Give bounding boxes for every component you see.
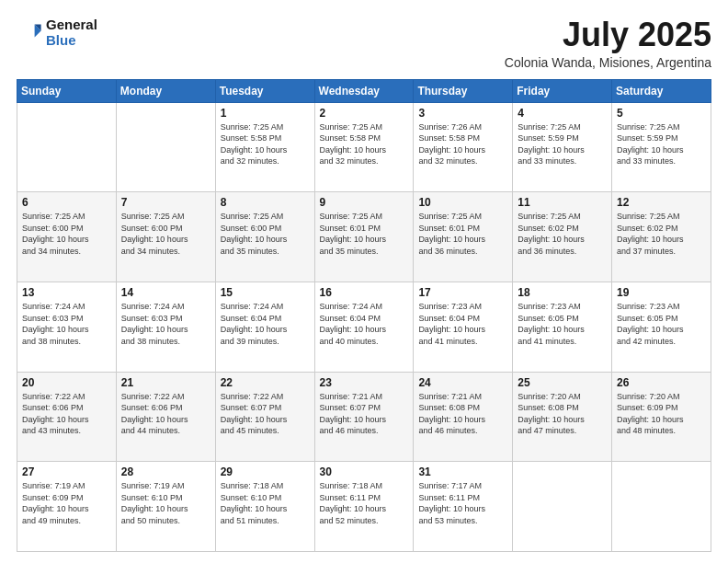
- day-number: 11: [518, 196, 607, 209]
- calendar-header-row: Sunday Monday Tuesday Wednesday Thursday…: [17, 79, 711, 102]
- calendar-cell: 5Sunrise: 7:25 AM Sunset: 5:59 PM Daylig…: [612, 102, 711, 192]
- day-number: 31: [418, 465, 507, 478]
- day-number: 24: [418, 376, 507, 389]
- day-info: Sunrise: 7:25 AM Sunset: 5:58 PM Dayligh…: [320, 121, 409, 167]
- calendar-cell: 20Sunrise: 7:22 AM Sunset: 6:06 PM Dayli…: [17, 372, 117, 462]
- day-info: Sunrise: 7:18 AM Sunset: 6:10 PM Dayligh…: [221, 480, 310, 526]
- day-number: 28: [121, 465, 210, 478]
- calendar-cell: 25Sunrise: 7:20 AM Sunset: 6:08 PM Dayli…: [513, 372, 612, 462]
- calendar-cell: [116, 102, 215, 192]
- calendar-cell: 7Sunrise: 7:25 AM Sunset: 6:00 PM Daylig…: [116, 192, 215, 282]
- day-info: Sunrise: 7:23 AM Sunset: 6:05 PM Dayligh…: [518, 301, 607, 347]
- calendar-cell: 23Sunrise: 7:21 AM Sunset: 6:07 PM Dayli…: [314, 372, 414, 462]
- day-number: 17: [418, 286, 507, 299]
- day-number: 4: [518, 107, 607, 120]
- day-info: Sunrise: 7:23 AM Sunset: 6:05 PM Dayligh…: [617, 301, 706, 347]
- day-number: 29: [221, 465, 310, 478]
- col-wednesday: Wednesday: [314, 79, 414, 102]
- logo-icon: [17, 19, 42, 45]
- day-number: 19: [617, 286, 706, 299]
- day-info: Sunrise: 7:25 AM Sunset: 6:01 PM Dayligh…: [418, 211, 507, 257]
- day-number: 22: [221, 376, 310, 389]
- day-number: 12: [617, 196, 706, 209]
- col-sunday: Sunday: [17, 79, 117, 102]
- calendar-cell: 14Sunrise: 7:24 AM Sunset: 6:03 PM Dayli…: [116, 282, 215, 372]
- calendar-cell: [513, 462, 612, 552]
- day-number: 9: [320, 196, 409, 209]
- day-info: Sunrise: 7:22 AM Sunset: 6:06 PM Dayligh…: [121, 391, 210, 437]
- day-number: 5: [617, 107, 706, 120]
- day-info: Sunrise: 7:25 AM Sunset: 5:59 PM Dayligh…: [617, 121, 706, 167]
- day-info: Sunrise: 7:25 AM Sunset: 6:00 PM Dayligh…: [22, 211, 111, 257]
- calendar-cell: 17Sunrise: 7:23 AM Sunset: 6:04 PM Dayli…: [414, 282, 513, 372]
- day-number: 13: [22, 286, 111, 299]
- calendar-cell: 21Sunrise: 7:22 AM Sunset: 6:06 PM Dayli…: [116, 372, 215, 462]
- day-info: Sunrise: 7:20 AM Sunset: 6:08 PM Dayligh…: [518, 391, 607, 437]
- day-info: Sunrise: 7:22 AM Sunset: 6:06 PM Dayligh…: [22, 391, 111, 437]
- calendar-cell: 12Sunrise: 7:25 AM Sunset: 6:02 PM Dayli…: [612, 192, 711, 282]
- calendar-cell: 1Sunrise: 7:25 AM Sunset: 5:58 PM Daylig…: [215, 102, 314, 192]
- day-info: Sunrise: 7:25 AM Sunset: 6:00 PM Dayligh…: [121, 211, 210, 257]
- day-info: Sunrise: 7:25 AM Sunset: 6:02 PM Dayligh…: [518, 211, 607, 257]
- subtitle: Colonia Wanda, Misiones, Argentina: [505, 55, 711, 70]
- day-info: Sunrise: 7:25 AM Sunset: 6:01 PM Dayligh…: [320, 211, 409, 257]
- main-title: July 2025: [505, 17, 711, 53]
- calendar-cell: 6Sunrise: 7:25 AM Sunset: 6:00 PM Daylig…: [17, 192, 117, 282]
- col-tuesday: Tuesday: [215, 79, 314, 102]
- col-friday: Friday: [513, 79, 612, 102]
- day-info: Sunrise: 7:25 AM Sunset: 6:02 PM Dayligh…: [617, 211, 706, 257]
- day-number: 23: [320, 376, 409, 389]
- day-info: Sunrise: 7:25 AM Sunset: 5:58 PM Dayligh…: [221, 121, 310, 167]
- day-info: Sunrise: 7:20 AM Sunset: 6:09 PM Dayligh…: [617, 391, 706, 437]
- day-info: Sunrise: 7:19 AM Sunset: 6:10 PM Dayligh…: [121, 480, 210, 526]
- day-number: 3: [418, 107, 507, 120]
- calendar-cell: 8Sunrise: 7:25 AM Sunset: 6:00 PM Daylig…: [215, 192, 314, 282]
- day-info: Sunrise: 7:18 AM Sunset: 6:11 PM Dayligh…: [320, 480, 409, 526]
- day-info: Sunrise: 7:25 AM Sunset: 5:59 PM Dayligh…: [518, 121, 607, 167]
- day-number: 25: [518, 376, 607, 389]
- col-thursday: Thursday: [414, 79, 513, 102]
- day-number: 16: [320, 286, 409, 299]
- day-number: 6: [22, 196, 111, 209]
- day-number: 26: [617, 376, 706, 389]
- day-info: Sunrise: 7:24 AM Sunset: 6:04 PM Dayligh…: [221, 301, 310, 347]
- calendar-cell: 3Sunrise: 7:26 AM Sunset: 5:58 PM Daylig…: [414, 102, 513, 192]
- day-number: 15: [221, 286, 310, 299]
- day-number: 30: [320, 465, 409, 478]
- logo-text: General Blue: [46, 17, 97, 48]
- day-info: Sunrise: 7:25 AM Sunset: 6:00 PM Dayligh…: [221, 211, 310, 257]
- calendar-cell: 28Sunrise: 7:19 AM Sunset: 6:10 PM Dayli…: [116, 462, 215, 552]
- day-info: Sunrise: 7:21 AM Sunset: 6:07 PM Dayligh…: [320, 391, 409, 437]
- day-number: 2: [320, 107, 409, 120]
- day-info: Sunrise: 7:24 AM Sunset: 6:04 PM Dayligh…: [320, 301, 409, 347]
- header: General Blue July 2025 Colonia Wanda, Mi…: [17, 17, 711, 70]
- day-info: Sunrise: 7:21 AM Sunset: 6:08 PM Dayligh…: [418, 391, 507, 437]
- day-number: 20: [22, 376, 111, 389]
- day-info: Sunrise: 7:23 AM Sunset: 6:04 PM Dayligh…: [418, 301, 507, 347]
- day-info: Sunrise: 7:17 AM Sunset: 6:11 PM Dayligh…: [418, 480, 507, 526]
- day-number: 21: [121, 376, 210, 389]
- page: General Blue July 2025 Colonia Wanda, Mi…: [0, 0, 728, 563]
- calendar-table: Sunday Monday Tuesday Wednesday Thursday…: [17, 79, 711, 552]
- calendar-cell: 11Sunrise: 7:25 AM Sunset: 6:02 PM Dayli…: [513, 192, 612, 282]
- day-info: Sunrise: 7:22 AM Sunset: 6:07 PM Dayligh…: [221, 391, 310, 437]
- calendar-cell: 13Sunrise: 7:24 AM Sunset: 6:03 PM Dayli…: [17, 282, 117, 372]
- calendar-cell: 10Sunrise: 7:25 AM Sunset: 6:01 PM Dayli…: [414, 192, 513, 282]
- day-info: Sunrise: 7:24 AM Sunset: 6:03 PM Dayligh…: [22, 301, 111, 347]
- calendar-cell: 4Sunrise: 7:25 AM Sunset: 5:59 PM Daylig…: [513, 102, 612, 192]
- calendar-cell: [17, 102, 117, 192]
- calendar-cell: 29Sunrise: 7:18 AM Sunset: 6:10 PM Dayli…: [215, 462, 314, 552]
- col-saturday: Saturday: [612, 79, 711, 102]
- title-block: July 2025 Colonia Wanda, Misiones, Argen…: [505, 17, 711, 70]
- calendar-cell: 15Sunrise: 7:24 AM Sunset: 6:04 PM Dayli…: [215, 282, 314, 372]
- calendar-cell: 26Sunrise: 7:20 AM Sunset: 6:09 PM Dayli…: [612, 372, 711, 462]
- day-number: 1: [221, 107, 310, 120]
- calendar-cell: 9Sunrise: 7:25 AM Sunset: 6:01 PM Daylig…: [314, 192, 414, 282]
- day-info: Sunrise: 7:24 AM Sunset: 6:03 PM Dayligh…: [121, 301, 210, 347]
- calendar-cell: 22Sunrise: 7:22 AM Sunset: 6:07 PM Dayli…: [215, 372, 314, 462]
- calendar-cell: 27Sunrise: 7:19 AM Sunset: 6:09 PM Dayli…: [17, 462, 117, 552]
- col-monday: Monday: [116, 79, 215, 102]
- calendar-cell: 24Sunrise: 7:21 AM Sunset: 6:08 PM Dayli…: [414, 372, 513, 462]
- calendar-cell: 18Sunrise: 7:23 AM Sunset: 6:05 PM Dayli…: [513, 282, 612, 372]
- calendar-cell: 16Sunrise: 7:24 AM Sunset: 6:04 PM Dayli…: [314, 282, 414, 372]
